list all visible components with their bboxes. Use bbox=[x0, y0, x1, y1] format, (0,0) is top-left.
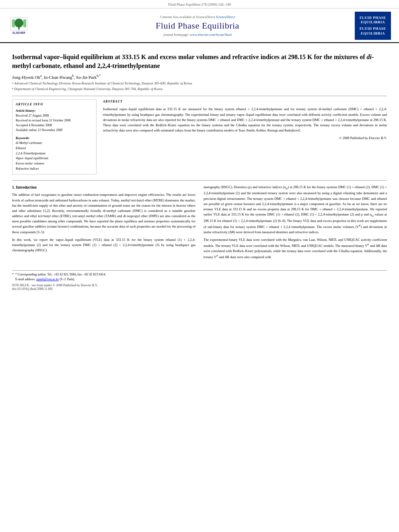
elsevier-logo: ELSEVIER bbox=[8, 16, 40, 36]
authors-line: Jong-Hyeok Oha, In-Chan Hwangb, So-Jin P… bbox=[12, 74, 387, 80]
keywords-section: Keywords: di-Methyl carbonate Ethanol 2,… bbox=[16, 136, 93, 172]
svg-text:ELSEVIER: ELSEVIER bbox=[12, 31, 25, 34]
journal-header-center: Contents lists available at ScienceDirec… bbox=[40, 15, 355, 37]
footer-issn: 0378-3812/$ – see front matter © 2008 Pu… bbox=[12, 283, 387, 287]
email-line: E-mail address: sjpark@cnu.ac.kr (S.-J. … bbox=[12, 277, 387, 282]
body-col-right: matography (HSGC). Densities (ρ) and ref… bbox=[204, 185, 387, 263]
page-footer: * * Corresponding author. Tel.: +82 42 8… bbox=[12, 270, 387, 291]
body-section: 1. Introduction The addition of fuel oxy… bbox=[12, 180, 387, 291]
corresponding-author-text: * Corresponding author. Tel.: +82 42 821… bbox=[15, 272, 106, 277]
elsevier-tree-icon: ELSEVIER bbox=[8, 16, 30, 36]
contents-line: Contents lists available at ScienceDirec… bbox=[40, 15, 355, 19]
asterisk-symbol: * bbox=[12, 272, 14, 277]
article-info-box: ARTICLE INFO Article history: Received 2… bbox=[12, 99, 97, 175]
badge-line-2: EQUILIBRIA bbox=[361, 20, 385, 25]
badge-line-1: FLUID PHASE bbox=[360, 16, 386, 21]
article-info-title: ARTICLE INFO bbox=[16, 102, 93, 107]
svg-rect-3 bbox=[12, 19, 15, 27]
intro-para-right-1: matography (HSGC). Densities (ρ) and ref… bbox=[204, 185, 387, 235]
author-email-link[interactable]: sjpark@cnu.ac.kr bbox=[36, 277, 59, 281]
badge-line-4: EQUILIBRIA bbox=[361, 31, 385, 36]
affiliation-a: a Advanced Chemical Technology Division,… bbox=[12, 81, 387, 86]
sciencedirect-link[interactable]: ScienceDirect bbox=[216, 15, 235, 19]
journal-badge: FLUID PHASE EQUILIBRIA FLUID PHASE EQUIL… bbox=[355, 12, 391, 40]
corresponding-author-note: * * Corresponding author. Tel.: +82 42 8… bbox=[12, 272, 387, 282]
divider-after-affiliations bbox=[12, 96, 387, 96]
journal-title: Fluid Phase Equilibria bbox=[40, 21, 355, 31]
asterisk-note: * * Corresponding author. Tel.: +82 42 8… bbox=[12, 272, 387, 277]
svg-rect-4 bbox=[23, 19, 26, 27]
footer-doi: doi:10.1016/j.fluid.2008.11.001 bbox=[12, 287, 387, 291]
section-1-heading: 1. Introduction bbox=[12, 185, 195, 191]
received-date: Received 27 August 2008 bbox=[16, 113, 93, 118]
body-col-left: 1. Introduction The addition of fuel oxy… bbox=[12, 185, 195, 263]
article-history: Article history: Received 27 August 2008… bbox=[16, 109, 93, 133]
revised-date: Received in revised form 31 October 2008 bbox=[16, 118, 93, 123]
article-info-abstract-cols: ARTICLE INFO Article history: Received 2… bbox=[12, 99, 387, 175]
history-label: Article history: bbox=[16, 109, 93, 113]
keyword-6: Refractive indices bbox=[16, 166, 93, 172]
keyword-3: 2,2,4-Trimethylpentane bbox=[16, 151, 93, 156]
abstract-col: ABSTRACT Isothermal vapor–liquid equilib… bbox=[103, 99, 387, 175]
intro-para-2: In this work, we report the vapor–liquid… bbox=[12, 237, 195, 253]
article-info-col: ARTICLE INFO Article history: Received 2… bbox=[12, 99, 97, 175]
abstract-text: Isothermal vapor–liquid equilibrium data… bbox=[103, 107, 387, 133]
keyword-4: Vapor–liquid equilibrium bbox=[16, 156, 93, 161]
keyword-2: Ethanol bbox=[16, 146, 93, 151]
keywords-label: Keywords: bbox=[16, 136, 93, 141]
badge-line-3: FLUID PHASE bbox=[360, 27, 386, 31]
intro-para-right-2: The experimental binary VLE data were co… bbox=[204, 237, 387, 260]
body-two-col: 1. Introduction The addition of fuel oxy… bbox=[12, 185, 387, 263]
article-title: Isothermal vapor–liquid equilibrium at 3… bbox=[12, 53, 387, 71]
intro-para-1: The addition of fuel oxygenates to gasol… bbox=[12, 192, 195, 234]
abstract-section: ABSTRACT Isothermal vapor–liquid equilib… bbox=[103, 99, 387, 141]
affiliations: a Advanced Chemical Technology Division,… bbox=[12, 81, 387, 92]
journal-url[interactable]: www.elsevier.com/locate/fluid bbox=[190, 33, 232, 37]
top-citation-bar: Fluid Phase Equilibria 276 (2009) 142–14… bbox=[0, 0, 399, 8]
abstract-title: ABSTRACT bbox=[103, 99, 387, 104]
journal-header: ELSEVIER Contents lists available at Sci… bbox=[0, 8, 399, 43]
accepted-date: Accepted 4 November 2008 bbox=[16, 123, 93, 128]
svg-point-2 bbox=[14, 18, 23, 27]
journal-homepage: journal homepage: www.elsevier.com/locat… bbox=[40, 33, 355, 37]
abstract-copyright: © 2008 Published by Elsevier B.V. bbox=[103, 136, 387, 141]
page-wrapper: Fluid Phase Equilibria 276 (2009) 142–14… bbox=[0, 0, 399, 532]
affiliation-b: b Department of Chemical Engineering, Ch… bbox=[12, 86, 387, 92]
main-content: Isothermal vapor–liquid equilibrium at 3… bbox=[0, 43, 399, 295]
keyword-1: di-Methyl carbonate bbox=[16, 141, 93, 146]
keyword-5: Excess molar volumes bbox=[16, 161, 93, 166]
journal-citation: Fluid Phase Equilibria 276 (2009) 142–14… bbox=[168, 2, 231, 6]
available-date: Available online 12 November 2008 bbox=[16, 128, 93, 133]
